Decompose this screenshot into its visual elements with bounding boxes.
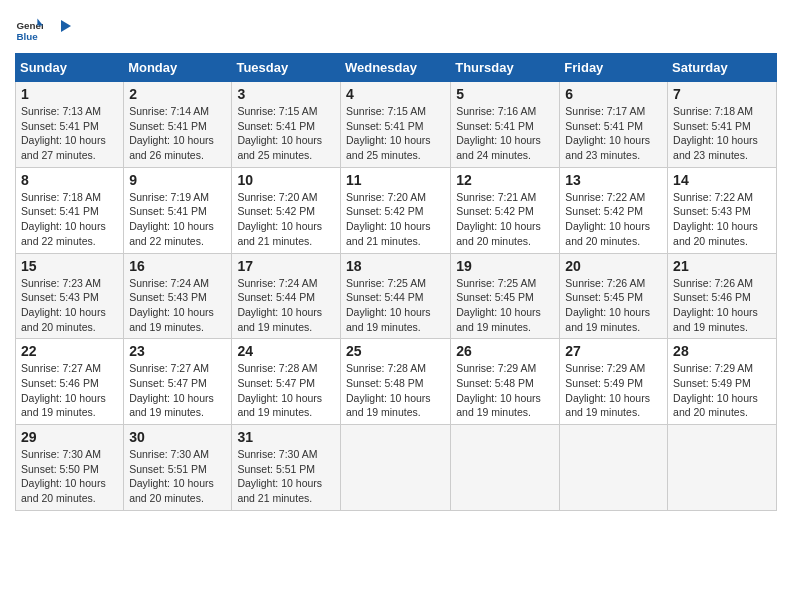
calendar-cell: 18 Sunrise: 7:25 AM Sunset: 5:44 PM Dayl…	[340, 253, 450, 339]
day-info: Sunrise: 7:15 AM Sunset: 5:41 PM Dayligh…	[237, 104, 335, 163]
day-info: Sunrise: 7:26 AM Sunset: 5:45 PM Dayligh…	[565, 276, 662, 335]
day-info: Sunrise: 7:25 AM Sunset: 5:45 PM Dayligh…	[456, 276, 554, 335]
calendar-week-5: 29 Sunrise: 7:30 AM Sunset: 5:50 PM Dayl…	[16, 425, 777, 511]
weekday-header-wednesday: Wednesday	[340, 54, 450, 82]
day-info: Sunrise: 7:27 AM Sunset: 5:47 PM Dayligh…	[129, 361, 226, 420]
logo-flag-icon	[49, 18, 71, 40]
svg-marker-3	[61, 20, 71, 32]
day-info: Sunrise: 7:14 AM Sunset: 5:41 PM Dayligh…	[129, 104, 226, 163]
day-number: 10	[237, 172, 335, 188]
calendar-cell: 9 Sunrise: 7:19 AM Sunset: 5:41 PM Dayli…	[124, 167, 232, 253]
day-info: Sunrise: 7:25 AM Sunset: 5:44 PM Dayligh…	[346, 276, 445, 335]
day-number: 3	[237, 86, 335, 102]
day-info: Sunrise: 7:13 AM Sunset: 5:41 PM Dayligh…	[21, 104, 118, 163]
day-info: Sunrise: 7:20 AM Sunset: 5:42 PM Dayligh…	[346, 190, 445, 249]
calendar-cell: 27 Sunrise: 7:29 AM Sunset: 5:49 PM Dayl…	[560, 339, 668, 425]
page-header: General Blue	[15, 15, 777, 43]
weekday-header-sunday: Sunday	[16, 54, 124, 82]
logo-icon: General Blue	[15, 15, 43, 43]
calendar-cell: 20 Sunrise: 7:26 AM Sunset: 5:45 PM Dayl…	[560, 253, 668, 339]
calendar-week-3: 15 Sunrise: 7:23 AM Sunset: 5:43 PM Dayl…	[16, 253, 777, 339]
calendar-cell: 4 Sunrise: 7:15 AM Sunset: 5:41 PM Dayli…	[340, 82, 450, 168]
day-number: 5	[456, 86, 554, 102]
day-info: Sunrise: 7:27 AM Sunset: 5:46 PM Dayligh…	[21, 361, 118, 420]
day-info: Sunrise: 7:16 AM Sunset: 5:41 PM Dayligh…	[456, 104, 554, 163]
calendar-cell: 19 Sunrise: 7:25 AM Sunset: 5:45 PM Dayl…	[451, 253, 560, 339]
day-number: 4	[346, 86, 445, 102]
day-number: 27	[565, 343, 662, 359]
calendar-cell: 6 Sunrise: 7:17 AM Sunset: 5:41 PM Dayli…	[560, 82, 668, 168]
day-info: Sunrise: 7:24 AM Sunset: 5:44 PM Dayligh…	[237, 276, 335, 335]
calendar-cell: 7 Sunrise: 7:18 AM Sunset: 5:41 PM Dayli…	[668, 82, 777, 168]
day-number: 25	[346, 343, 445, 359]
day-number: 28	[673, 343, 771, 359]
weekday-header-thursday: Thursday	[451, 54, 560, 82]
day-number: 11	[346, 172, 445, 188]
day-info: Sunrise: 7:18 AM Sunset: 5:41 PM Dayligh…	[21, 190, 118, 249]
day-info: Sunrise: 7:24 AM Sunset: 5:43 PM Dayligh…	[129, 276, 226, 335]
day-number: 12	[456, 172, 554, 188]
day-info: Sunrise: 7:28 AM Sunset: 5:47 PM Dayligh…	[237, 361, 335, 420]
day-number: 20	[565, 258, 662, 274]
calendar-cell	[560, 425, 668, 511]
day-info: Sunrise: 7:22 AM Sunset: 5:43 PM Dayligh…	[673, 190, 771, 249]
calendar-cell: 24 Sunrise: 7:28 AM Sunset: 5:47 PM Dayl…	[232, 339, 341, 425]
day-info: Sunrise: 7:26 AM Sunset: 5:46 PM Dayligh…	[673, 276, 771, 335]
day-number: 2	[129, 86, 226, 102]
day-number: 1	[21, 86, 118, 102]
day-number: 17	[237, 258, 335, 274]
day-number: 7	[673, 86, 771, 102]
calendar-cell: 28 Sunrise: 7:29 AM Sunset: 5:49 PM Dayl…	[668, 339, 777, 425]
day-info: Sunrise: 7:19 AM Sunset: 5:41 PM Dayligh…	[129, 190, 226, 249]
day-info: Sunrise: 7:30 AM Sunset: 5:51 PM Dayligh…	[129, 447, 226, 506]
calendar-cell	[451, 425, 560, 511]
day-number: 26	[456, 343, 554, 359]
calendar-table: SundayMondayTuesdayWednesdayThursdayFrid…	[15, 53, 777, 511]
calendar-cell: 31 Sunrise: 7:30 AM Sunset: 5:51 PM Dayl…	[232, 425, 341, 511]
calendar-cell: 15 Sunrise: 7:23 AM Sunset: 5:43 PM Dayl…	[16, 253, 124, 339]
calendar-cell: 8 Sunrise: 7:18 AM Sunset: 5:41 PM Dayli…	[16, 167, 124, 253]
calendar-cell: 21 Sunrise: 7:26 AM Sunset: 5:46 PM Dayl…	[668, 253, 777, 339]
day-info: Sunrise: 7:18 AM Sunset: 5:41 PM Dayligh…	[673, 104, 771, 163]
weekday-header-row: SundayMondayTuesdayWednesdayThursdayFrid…	[16, 54, 777, 82]
calendar-cell	[340, 425, 450, 511]
calendar-cell: 16 Sunrise: 7:24 AM Sunset: 5:43 PM Dayl…	[124, 253, 232, 339]
svg-text:Blue: Blue	[16, 31, 38, 42]
day-info: Sunrise: 7:28 AM Sunset: 5:48 PM Dayligh…	[346, 361, 445, 420]
day-number: 21	[673, 258, 771, 274]
day-info: Sunrise: 7:21 AM Sunset: 5:42 PM Dayligh…	[456, 190, 554, 249]
day-info: Sunrise: 7:30 AM Sunset: 5:50 PM Dayligh…	[21, 447, 118, 506]
day-number: 16	[129, 258, 226, 274]
calendar-cell: 12 Sunrise: 7:21 AM Sunset: 5:42 PM Dayl…	[451, 167, 560, 253]
logo: General Blue	[15, 15, 71, 43]
day-number: 24	[237, 343, 335, 359]
calendar-week-2: 8 Sunrise: 7:18 AM Sunset: 5:41 PM Dayli…	[16, 167, 777, 253]
day-number: 14	[673, 172, 771, 188]
calendar-cell: 5 Sunrise: 7:16 AM Sunset: 5:41 PM Dayli…	[451, 82, 560, 168]
day-number: 18	[346, 258, 445, 274]
day-info: Sunrise: 7:15 AM Sunset: 5:41 PM Dayligh…	[346, 104, 445, 163]
calendar-week-1: 1 Sunrise: 7:13 AM Sunset: 5:41 PM Dayli…	[16, 82, 777, 168]
day-number: 29	[21, 429, 118, 445]
day-info: Sunrise: 7:30 AM Sunset: 5:51 PM Dayligh…	[237, 447, 335, 506]
day-info: Sunrise: 7:29 AM Sunset: 5:48 PM Dayligh…	[456, 361, 554, 420]
calendar-cell: 14 Sunrise: 7:22 AM Sunset: 5:43 PM Dayl…	[668, 167, 777, 253]
day-number: 22	[21, 343, 118, 359]
calendar-cell: 25 Sunrise: 7:28 AM Sunset: 5:48 PM Dayl…	[340, 339, 450, 425]
day-info: Sunrise: 7:29 AM Sunset: 5:49 PM Dayligh…	[673, 361, 771, 420]
calendar-cell: 3 Sunrise: 7:15 AM Sunset: 5:41 PM Dayli…	[232, 82, 341, 168]
day-number: 8	[21, 172, 118, 188]
calendar-week-4: 22 Sunrise: 7:27 AM Sunset: 5:46 PM Dayl…	[16, 339, 777, 425]
day-number: 19	[456, 258, 554, 274]
day-number: 30	[129, 429, 226, 445]
day-info: Sunrise: 7:20 AM Sunset: 5:42 PM Dayligh…	[237, 190, 335, 249]
day-info: Sunrise: 7:29 AM Sunset: 5:49 PM Dayligh…	[565, 361, 662, 420]
day-number: 15	[21, 258, 118, 274]
calendar-cell: 23 Sunrise: 7:27 AM Sunset: 5:47 PM Dayl…	[124, 339, 232, 425]
day-number: 9	[129, 172, 226, 188]
day-info: Sunrise: 7:22 AM Sunset: 5:42 PM Dayligh…	[565, 190, 662, 249]
calendar-cell: 22 Sunrise: 7:27 AM Sunset: 5:46 PM Dayl…	[16, 339, 124, 425]
calendar-cell: 30 Sunrise: 7:30 AM Sunset: 5:51 PM Dayl…	[124, 425, 232, 511]
day-number: 6	[565, 86, 662, 102]
weekday-header-saturday: Saturday	[668, 54, 777, 82]
